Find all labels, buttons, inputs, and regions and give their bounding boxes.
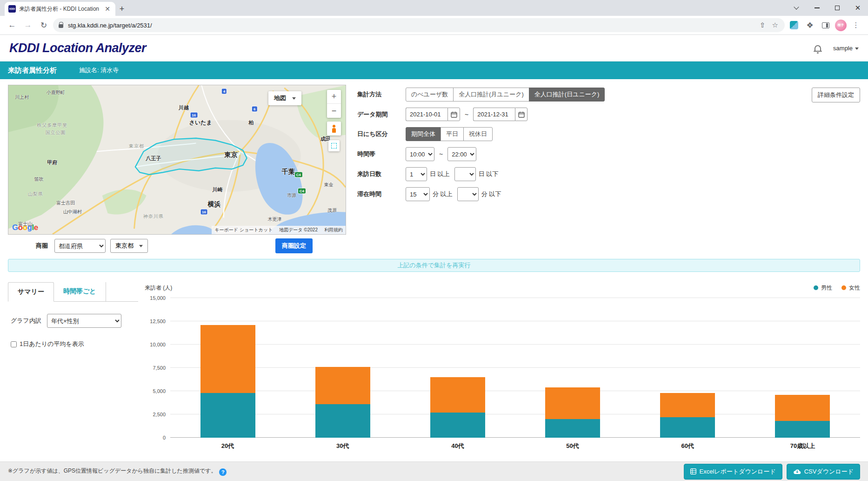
bar-column <box>515 298 630 438</box>
zoom-out-button[interactable]: − <box>327 104 341 118</box>
tab-search-chevron-icon[interactable] <box>786 0 807 16</box>
bar-column <box>745 298 860 438</box>
map-label: 横浜 <box>207 200 220 209</box>
method-option-monthly-unique[interactable]: 全人口推計(月ユニーク) <box>453 88 529 102</box>
bar-segment-女性-70歳以上[interactable] <box>775 395 830 421</box>
bar-segment-男性-60代[interactable] <box>660 417 715 438</box>
back-icon[interactable]: ← <box>6 19 19 32</box>
tab-close-icon[interactable]: ✕ <box>103 5 112 13</box>
terms-link[interactable]: 利用規約 <box>324 227 343 233</box>
rerun-aggregation-button[interactable]: 上記の条件で集計を再実行 <box>8 259 860 272</box>
pegman-button[interactable] <box>327 122 341 135</box>
bookmark-star-icon[interactable]: ☆ <box>771 21 779 29</box>
chevron-down-icon <box>855 47 859 50</box>
excel-download-button[interactable]: Excelレポートダウンロード <box>684 464 782 480</box>
day-type-option-weekday[interactable]: 平日 <box>441 127 464 141</box>
day-type-option-whole-period[interactable]: 期間全体 <box>406 127 441 141</box>
time-tilde: ~ <box>439 150 443 158</box>
trade-area-type-select[interactable]: 都道府県 <box>54 239 106 253</box>
method-option-daily-unique[interactable]: 全人口推計(日ユニーク) <box>529 88 605 102</box>
bar-segment-男性-50代[interactable] <box>545 419 600 438</box>
bar-segment-女性-30代[interactable] <box>315 367 370 404</box>
tab-summary[interactable]: サマリー <box>8 282 54 302</box>
bar-segment-男性-30代[interactable] <box>315 404 370 438</box>
bar-segment-女性-60代[interactable] <box>660 393 715 417</box>
prefecture-dropdown-button[interactable]: 東京都 <box>110 239 148 253</box>
bar-segment-男性-40代[interactable] <box>430 413 485 438</box>
profile-avatar[interactable]: 桜子 <box>835 20 847 31</box>
sidebar-icon[interactable] <box>819 19 832 32</box>
bar-segment-男性-20代[interactable] <box>200 393 255 438</box>
legend-item-男性[interactable]: 男性 <box>814 284 832 292</box>
visit-days-min-select[interactable]: 1 <box>406 167 427 181</box>
time-from-select[interactable]: 10:00 <box>406 147 434 161</box>
map-type-button[interactable]: 地図 <box>268 91 301 105</box>
window-close-button[interactable]: ✕ <box>848 0 868 16</box>
time-range-label: 時間帯 <box>357 150 406 158</box>
url-text[interactable]: stg.kla.kddi.ne.jp/target/a/2531/ <box>68 22 754 29</box>
legend-item-女性[interactable]: 女性 <box>841 284 860 292</box>
y-tick-label: 5,000 <box>153 388 166 394</box>
share-icon[interactable]: ⇧ <box>759 21 767 29</box>
bar-column <box>285 298 400 438</box>
daily-average-checkbox[interactable] <box>11 341 17 347</box>
period-from-input[interactable] <box>406 108 447 121</box>
map-label: 茂原 <box>327 207 337 214</box>
menu-kebab-icon[interactable]: ⋮ <box>849 19 862 32</box>
visit-days-max-select[interactable] <box>454 167 476 181</box>
region-select-button[interactable] <box>328 140 340 151</box>
window-minimize-button[interactable] <box>807 0 827 16</box>
stay-time-min-select[interactable]: 15 <box>406 187 430 201</box>
google-map[interactable]: 川上村小鹿野町川越さいたま柏成田秩父多摩甲斐国立公園東京都八王子東京千葉甲府笛吹… <box>8 85 346 235</box>
bar-segment-女性-50代[interactable] <box>545 387 600 419</box>
time-to-select[interactable]: 22:00 <box>447 147 476 161</box>
bar-segment-女性-20代[interactable] <box>200 325 255 393</box>
kddi-favicon-icon: KDDI <box>8 5 16 13</box>
analysis-left-panel: サマリー 時間帯ごと グラフ内訳 年代×性別 1日あたりの平均を表示 <box>8 282 138 450</box>
keyboard-shortcuts-link[interactable]: キーボード ショートカット <box>214 227 273 233</box>
user-menu[interactable]: sample <box>833 45 859 52</box>
bar-segment-女性-40代[interactable] <box>430 377 485 413</box>
extension-colored-icon[interactable] <box>788 19 801 32</box>
extensions-puzzle-icon[interactable]: ❖ <box>803 19 816 32</box>
browser-tab[interactable]: KDDI 来訪者属性分析 - KDDI Location ✕ <box>5 2 115 16</box>
zoom-in-button[interactable]: + <box>327 90 341 104</box>
bar-segment-男性-70歳以上[interactable] <box>775 421 830 438</box>
csv-download-button[interactable]: CSVダウンロード <box>787 464 860 480</box>
calendar-icon[interactable] <box>515 108 527 121</box>
x-category-label: 60代 <box>630 442 745 450</box>
period-from-group <box>406 108 460 121</box>
method-option-total-users[interactable]: のべユーザ数 <box>406 88 454 102</box>
forward-icon[interactable]: → <box>21 19 34 32</box>
stay-time-max-select[interactable] <box>457 187 479 201</box>
period-to-input[interactable] <box>473 108 515 121</box>
facility-name: 施設名: 清水寺 <box>79 66 119 75</box>
help-icon[interactable]: ? <box>219 468 227 476</box>
address-bar[interactable]: stg.kla.kddi.ne.jp/target/a/2531/ ⇧ ☆ <box>53 18 785 32</box>
trade-area-set-button[interactable]: 商圏設定 <box>275 238 313 253</box>
breakdown-select[interactable]: 年代×性別 <box>47 314 121 328</box>
road-shield-icon: 6 <box>252 106 257 112</box>
road-shield-icon: 16 <box>200 209 208 215</box>
lock-icon[interactable] <box>59 24 63 28</box>
daily-average-checkbox-row[interactable]: 1日あたりの平均を表示 <box>11 340 138 348</box>
map-data-copyright: 地図データ ©2022 <box>279 227 318 233</box>
map-attribution: キーボード ショートカット 地図データ ©2022 利用規約 <box>212 226 346 234</box>
tab-by-time[interactable]: 時間帯ごと <box>54 282 106 301</box>
notification-bell-icon[interactable] <box>815 45 821 51</box>
bar-column <box>630 298 745 438</box>
chevron-down-icon <box>292 97 296 100</box>
new-tab-button[interactable]: + <box>115 2 128 15</box>
calendar-icon[interactable] <box>447 108 460 121</box>
day-type-option-holiday[interactable]: 祝休日 <box>463 127 493 141</box>
x-category-label: 30代 <box>285 442 400 450</box>
map-zoom-control: + − <box>327 90 341 118</box>
chart-y-axis: 02,5005,0007,50010,00012,50015,000 <box>145 298 170 438</box>
kddi-location-analyzer-logo[interactable]: KDDI Location Analyzer <box>9 41 146 55</box>
chart-legend: 男性女性 <box>804 284 860 292</box>
x-category-label: 50代 <box>515 442 630 450</box>
window-maximize-button[interactable] <box>827 0 848 16</box>
reload-icon[interactable]: ↻ <box>37 19 50 32</box>
google-logo: Google <box>12 223 38 232</box>
detail-conditions-button[interactable]: 詳細条件設定 <box>812 88 860 102</box>
